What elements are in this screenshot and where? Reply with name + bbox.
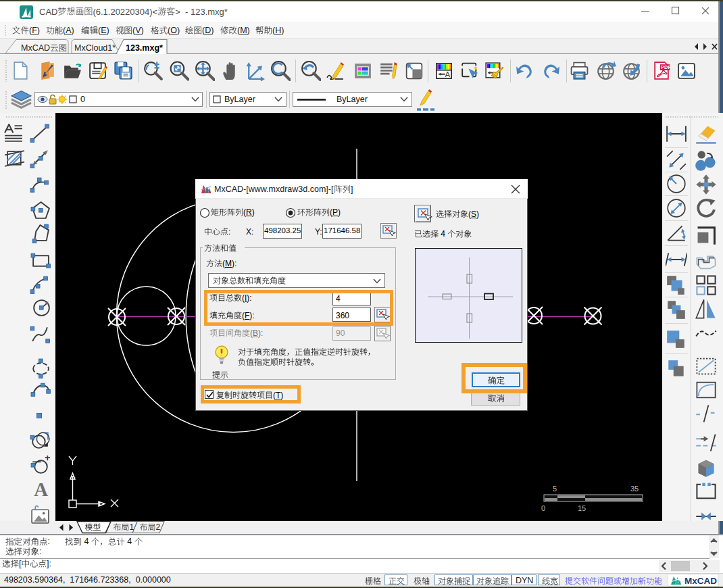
svg-text:0: 0 (541, 504, 545, 512)
svg-text:A: A (445, 70, 451, 78)
svg-text:15: 15 (578, 504, 586, 512)
svg-text:A: A (34, 479, 48, 499)
svg-text:35: 35 (630, 485, 639, 493)
svg-text:PDF: PDF (661, 64, 671, 70)
svg-text:5: 5 (553, 485, 557, 493)
